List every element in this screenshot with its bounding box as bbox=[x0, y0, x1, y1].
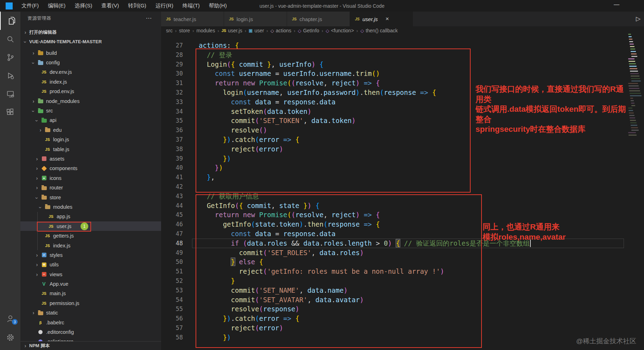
code-line-36[interactable]: 36 resolve() bbox=[161, 125, 628, 135]
line-number[interactable]: 29 bbox=[161, 60, 183, 69]
line-number[interactable]: 44 bbox=[161, 201, 183, 210]
code-line-29[interactable]: 29 Login({ commit }, userInfo) { bbox=[161, 60, 628, 69]
line-number[interactable]: 32 bbox=[161, 88, 183, 97]
tab-user.js[interactable]: JSuser.js× bbox=[350, 12, 413, 26]
menu-查看V[interactable]: 查看(V) bbox=[97, 1, 123, 11]
tree-item-App.vue[interactable]: VApp.vue bbox=[20, 279, 161, 289]
breadcrumb-actions[interactable]: ◇actions bbox=[270, 28, 291, 33]
code-editor[interactable]: 27actions: {28 // 登录29 Login({ commit },… bbox=[161, 35, 628, 350]
tree-item-config[interactable]: ›config bbox=[20, 58, 161, 67]
tree-item-views[interactable]: ›‹›views bbox=[20, 270, 161, 279]
line-number[interactable]: 58 bbox=[161, 333, 183, 342]
code-line-55[interactable]: 55 resolve(response) bbox=[161, 304, 628, 314]
line-number[interactable]: 34 bbox=[161, 107, 183, 116]
code-line-48[interactable]: 48 if (data.roles && data.roles.length >… bbox=[161, 239, 628, 248]
line-number[interactable]: 31 bbox=[161, 78, 183, 88]
tree-item-assets[interactable]: ›assets bbox=[20, 154, 161, 163]
menu-终端T[interactable]: 终端(T) bbox=[179, 1, 204, 11]
code-line-56[interactable]: 56 }).catch(error => { bbox=[161, 314, 628, 323]
line-number[interactable]: 30 bbox=[161, 69, 183, 78]
code-line-28[interactable]: 28 // 登录 bbox=[161, 50, 628, 60]
tree-item-components[interactable]: ›components bbox=[20, 164, 161, 173]
remote-explorer-icon[interactable] bbox=[0, 85, 20, 103]
tree-item-modules[interactable]: ›modules bbox=[20, 202, 161, 212]
tree-item-store[interactable]: ›store bbox=[20, 193, 161, 202]
code-line-52[interactable]: 52 } bbox=[161, 276, 628, 286]
line-number[interactable]: 33 bbox=[161, 97, 183, 107]
tree-item-main.js[interactable]: JSmain.js bbox=[20, 289, 161, 298]
code-line-42[interactable]: 42 bbox=[161, 182, 628, 192]
line-number[interactable]: 56 bbox=[161, 314, 183, 323]
tree-item-build[interactable]: ›build bbox=[20, 48, 161, 58]
tree-item-utils[interactable]: ›⚒utils bbox=[20, 260, 161, 270]
line-number[interactable]: 50 bbox=[161, 257, 183, 267]
menu-选择S[interactable]: 选择(S) bbox=[71, 1, 96, 11]
code-line-57[interactable]: 57 reject(error) bbox=[161, 323, 628, 333]
line-number[interactable]: 53 bbox=[161, 286, 183, 295]
code-line-32[interactable]: 32 login(username, userInfo.password).th… bbox=[161, 88, 628, 97]
line-number[interactable]: 36 bbox=[161, 125, 183, 135]
code-line-41[interactable]: 41 }, bbox=[161, 173, 628, 182]
menu-文件F[interactable]: 文件(F) bbox=[18, 1, 43, 11]
explorer-icon[interactable] bbox=[0, 12, 21, 30]
npm-scripts-section[interactable]: › NPM 脚本 bbox=[20, 341, 161, 350]
tree-item-styles[interactable]: ›#styles bbox=[20, 250, 161, 260]
line-number[interactable]: 48 bbox=[161, 239, 183, 248]
more-actions-icon[interactable]: … bbox=[146, 13, 152, 20]
code-line-31[interactable]: 31 return new Promise((resolve, reject) … bbox=[161, 78, 628, 88]
tree-item-table.js[interactable]: JStable.js bbox=[20, 144, 161, 154]
tree-item-api[interactable]: ›api bbox=[20, 116, 161, 125]
tree-item-user.js[interactable]: JSuser.js1 bbox=[20, 221, 161, 231]
tree-item-src[interactable]: ›src bbox=[20, 106, 161, 115]
menu-运行R[interactable]: 运行(R) bbox=[152, 1, 177, 11]
line-number[interactable]: 43 bbox=[161, 192, 183, 201]
code-line-54[interactable]: 54 commit('SET_AVATAR', data.avatar) bbox=[161, 295, 628, 305]
tab-login.js[interactable]: JSlogin.js bbox=[224, 12, 287, 26]
code-line-58[interactable]: 58 }) bbox=[161, 333, 628, 342]
line-number[interactable]: 41 bbox=[161, 173, 183, 182]
breadcrumb--function-[interactable]: ◇<function> bbox=[326, 28, 354, 33]
line-number[interactable]: 52 bbox=[161, 276, 183, 286]
code-line-37[interactable]: 37 }).catch(error => { bbox=[161, 135, 628, 144]
code-line-30[interactable]: 30 const username = userInfo.username.tr… bbox=[161, 69, 628, 78]
code-line-39[interactable]: 39 }) bbox=[161, 154, 628, 163]
line-number[interactable]: 35 bbox=[161, 116, 183, 125]
breadcrumb-then-callback[interactable]: ◇then() callback bbox=[361, 28, 398, 33]
line-number[interactable]: 51 bbox=[161, 267, 183, 276]
tree-item-router[interactable]: ›router bbox=[20, 183, 161, 192]
code-line-27[interactable]: 27actions: { bbox=[161, 41, 628, 50]
line-number[interactable]: 45 bbox=[161, 210, 183, 220]
breadcrumb-store[interactable]: store bbox=[179, 28, 190, 33]
code-line-47[interactable]: 47 const data = response.data bbox=[161, 229, 628, 239]
line-number[interactable]: 39 bbox=[161, 154, 183, 163]
tree-item-static[interactable]: ›static bbox=[20, 308, 161, 318]
code-line-35[interactable]: 35 commit('SET_TOKEN', data.token) bbox=[161, 116, 628, 125]
line-number[interactable]: 47 bbox=[161, 229, 183, 239]
code-line-38[interactable]: 38 reject(error) bbox=[161, 144, 628, 154]
code-line-33[interactable]: 33 const data = response.data bbox=[161, 97, 628, 107]
line-number[interactable]: 37 bbox=[161, 135, 183, 144]
code-line-43[interactable]: 43 // 获取用户信息 bbox=[161, 192, 628, 201]
tree-item-prod.env.js[interactable]: JSprod.env.js bbox=[20, 87, 161, 96]
open-editors-section[interactable]: › 打开的编辑器 bbox=[23, 29, 57, 35]
tree-item-login.js[interactable]: JSlogin.js bbox=[20, 135, 161, 144]
code-line-46[interactable]: 46 getInfo(state.token).then(response =>… bbox=[161, 220, 628, 229]
menu-帮助H[interactable]: 帮助(H) bbox=[205, 1, 231, 11]
line-number[interactable]: 55 bbox=[161, 304, 183, 314]
tab-teacher.js[interactable]: JSteacher.js bbox=[161, 12, 224, 26]
code-line-45[interactable]: 45 return new Promise((resolve, reject) … bbox=[161, 210, 628, 220]
code-line-51[interactable]: 51 reject('getInfo: roles must be a non-… bbox=[161, 267, 628, 276]
tree-item-.babelrc[interactable]: β.babelrc bbox=[20, 318, 161, 327]
line-number[interactable]: 54 bbox=[161, 295, 183, 305]
tree-item-icons[interactable]: ›▲icons bbox=[20, 173, 161, 183]
code-line-34[interactable]: 34 setToken(data.token) bbox=[161, 107, 628, 116]
line-number[interactable]: 57 bbox=[161, 323, 183, 333]
breadcrumb-src[interactable]: src bbox=[166, 28, 173, 33]
menu-转到G[interactable]: 转到(G) bbox=[124, 1, 150, 11]
code-line-50[interactable]: 50 } else { bbox=[161, 257, 628, 267]
run-icon[interactable]: ▷ bbox=[636, 15, 640, 22]
close-icon[interactable]: × bbox=[385, 15, 389, 22]
tree-item-app.js[interactable]: JSapp.js bbox=[20, 212, 161, 221]
code-line-49[interactable]: 49 commit('SET_ROLES', data.roles) bbox=[161, 248, 628, 258]
tree-item-index.js[interactable]: JSindex.js bbox=[20, 241, 161, 250]
